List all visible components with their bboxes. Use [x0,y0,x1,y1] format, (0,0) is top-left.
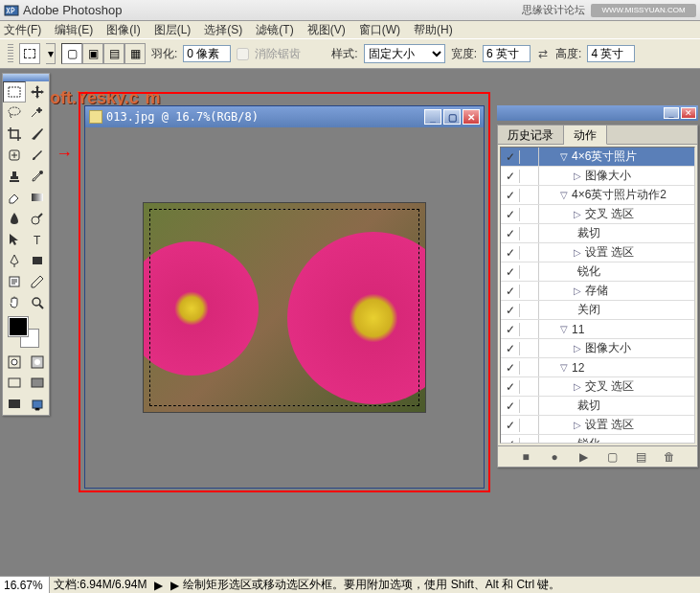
action-check-icon[interactable]: ✓ [501,419,520,432]
blur-tool[interactable] [3,208,26,229]
foreground-color[interactable] [9,317,28,336]
action-check-icon[interactable]: ✓ [501,323,520,336]
history-brush-tool[interactable] [26,166,49,187]
action-row[interactable]: ✓锐化 [501,435,694,444]
action-check-icon[interactable]: ✓ [501,304,520,317]
action-dialog-toggle[interactable] [520,282,539,300]
dodge-tool[interactable] [26,208,49,229]
eyedropper-tool[interactable] [26,271,49,292]
action-item[interactable]: ▷设置 选区 [539,417,694,433]
menu-help[interactable]: 帮助(H) [414,22,453,38]
selection-marquee[interactable] [149,209,419,406]
action-row[interactable]: ✓▷交叉 选区 [501,377,694,397]
close-button[interactable]: ✕ [463,109,480,125]
action-check-icon[interactable]: ✓ [501,170,520,183]
document-canvas[interactable] [85,127,484,488]
action-dialog-toggle[interactable] [520,167,539,185]
action-check-icon[interactable]: ✓ [501,208,520,221]
screen-full[interactable] [3,394,26,415]
tools-header[interactable] [3,74,49,81]
lasso-tool[interactable] [3,103,26,124]
action-check-icon[interactable]: ✓ [501,265,520,279]
action-dialog-toggle[interactable] [520,262,539,281]
slice-tool[interactable] [26,124,49,145]
crop-tool[interactable] [3,124,26,145]
action-row[interactable]: ✓▷设置 选区 [501,416,694,435]
action-check-icon[interactable]: ✓ [501,285,520,298]
disclosure-icon[interactable]: ▷ [574,171,581,181]
tab-actions[interactable]: 动作 [564,125,607,145]
action-dialog-toggle[interactable] [520,224,539,242]
disclosure-icon[interactable]: ▷ [574,247,581,258]
mode-add-button[interactable]: ▣ [82,43,103,64]
action-row[interactable]: ✓裁切 [501,224,694,243]
action-item[interactable]: ▷图像大小 [539,168,694,184]
panel-close-button[interactable]: ✕ [681,107,696,119]
disclosure-icon[interactable]: ▷ [574,209,581,219]
feather-input[interactable] [183,45,231,62]
stop-button[interactable]: ■ [517,449,534,465]
current-tool-icon[interactable] [19,43,40,64]
mode-intersect-button[interactable]: ▦ [124,43,146,64]
menu-edit[interactable]: 编辑(E) [55,22,93,38]
action-row[interactable]: ✓关闭 [501,301,694,320]
minimize-button[interactable]: _ [424,109,441,125]
record-button[interactable]: ● [546,449,563,465]
action-dialog-toggle[interactable] [520,339,539,357]
action-row[interactable]: ✓锐化 [501,262,694,282]
play-button[interactable]: ▶ [575,449,592,465]
trash-button[interactable]: 🗑 [661,449,678,465]
action-check-icon[interactable]: ✓ [501,361,520,375]
menu-filter[interactable]: 滤镜(T) [256,22,293,38]
document-titlebar[interactable]: 013.jpg @ 16.7%(RGB/8) _ ▢ ✕ [85,106,484,127]
mode-new-button[interactable]: ▢ [61,43,82,64]
disclosure-icon[interactable]: ▽ [560,362,568,373]
screen-standard[interactable] [3,373,26,394]
action-dialog-toggle[interactable] [520,148,539,166]
style-select[interactable]: 固定大小 [364,44,445,63]
screen-full-menus[interactable] [26,373,49,394]
eraser-tool[interactable] [3,187,26,208]
action-check-icon[interactable]: ✓ [501,438,520,445]
action-item[interactable]: ▷图像大小 [539,340,694,356]
menu-file[interactable]: 文件(F) [4,22,41,38]
action-item[interactable]: ▷设置 选区 [539,244,694,261]
shape-tool[interactable] [26,250,49,271]
zoom-tool[interactable] [26,292,49,313]
action-row[interactable]: ✓▷图像大小 [501,167,694,186]
action-item[interactable]: ▽12 [539,361,694,375]
width-input[interactable] [483,45,531,62]
disclosure-icon[interactable]: ▷ [574,420,581,430]
action-row[interactable]: ✓▽4×6英寸照片 [501,148,694,167]
action-row[interactable]: ✓▷图像大小 [501,339,694,358]
action-dialog-toggle[interactable] [520,358,539,376]
new-action-button[interactable]: ▤ [632,449,649,465]
menu-select[interactable]: 选择(S) [204,22,242,38]
tool-preset-dropdown[interactable]: ▾ [46,43,56,64]
doc-size-menu-icon[interactable]: ▶ [150,579,167,592]
action-item[interactable]: ▷存储 [539,283,694,299]
disclosure-icon[interactable]: ▽ [560,190,568,200]
disclosure-icon[interactable]: ▷ [574,381,581,392]
action-item[interactable]: 锐化 [539,263,694,280]
menu-view[interactable]: 视图(V) [307,22,346,38]
jump-to-imageready[interactable] [26,394,49,415]
action-check-icon[interactable]: ✓ [501,399,520,413]
zoom-field[interactable]: 16.67% [0,577,50,593]
action-dialog-toggle[interactable] [520,205,539,223]
disclosure-icon[interactable]: ▷ [574,343,581,354]
maximize-button[interactable]: ▢ [443,109,461,125]
tab-history[interactable]: 历史记录 [498,125,564,144]
action-dialog-toggle[interactable] [520,377,539,396]
disclosure-icon[interactable]: ▷ [574,285,581,296]
action-row[interactable]: ✓裁切 [501,397,694,416]
height-input[interactable] [587,45,635,62]
disclosure-icon[interactable]: ▽ [560,324,568,334]
action-item[interactable]: ▷交叉 选区 [539,206,694,222]
action-item[interactable]: 关闭 [539,302,694,318]
action-row[interactable]: ✓▽4×6英寸照片动作2 [501,186,694,205]
marquee-tool[interactable] [3,81,26,103]
pen-tool[interactable] [3,250,26,271]
quickmask-off[interactable] [3,352,26,373]
action-item[interactable]: 锐化 [539,436,694,444]
